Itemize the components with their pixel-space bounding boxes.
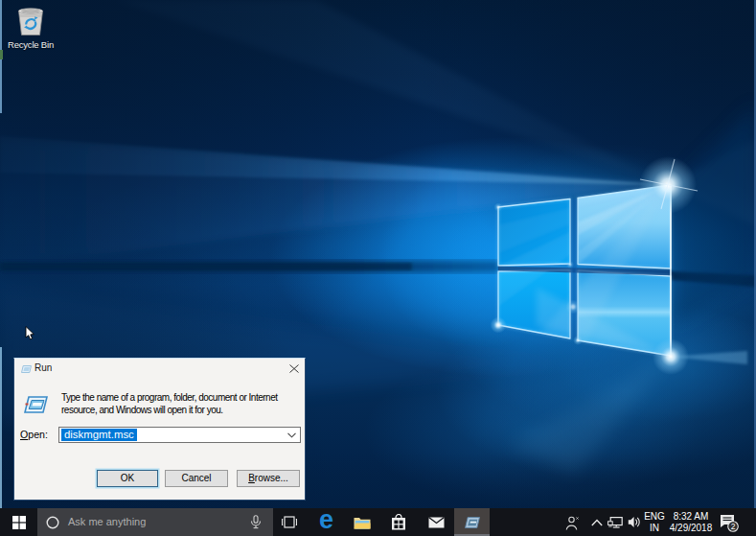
svg-text:2: 2 <box>731 522 736 531</box>
